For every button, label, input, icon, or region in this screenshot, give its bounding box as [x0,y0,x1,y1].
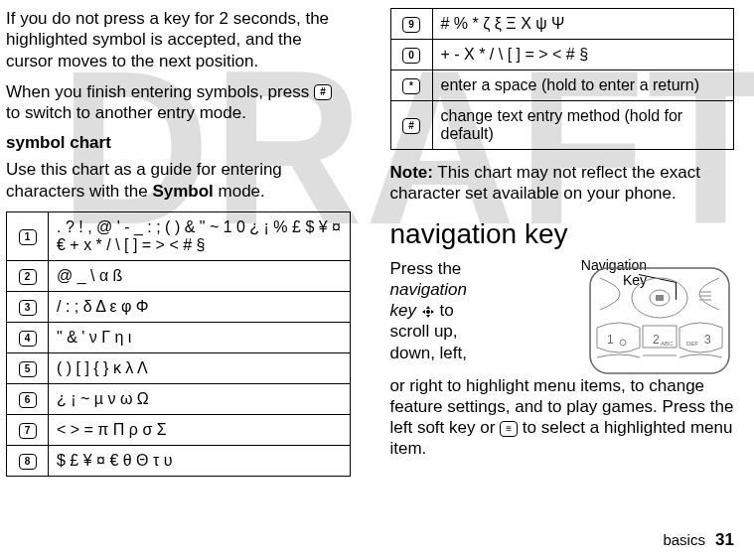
table-row: 1 . ? ! , @ ' - _ : ; ( ) & " ~ 1 0 ¿ ¡ … [7,211,351,260]
note-label: Note: [390,163,433,182]
intro-paragraph-2: When you finish entering symbols, press … [6,81,351,124]
key-7-icon: 7 [19,423,37,439]
table-row: 0 + - Χ * / \ [ ] = > < # § [390,40,734,70]
chart-intro: Use this chart as a guide for entering c… [6,159,351,202]
phone-diagram: Navigation Key [493,258,735,377]
key-9-symbols: # % * ζ ξ Ξ Χ ψ Ψ [432,9,734,40]
svg-rect-4 [656,295,664,301]
key-8-symbols: $ £ ¥ ¤ € θ Θ τ υ [49,445,351,476]
key-1-symbols: . ? ! , @ ' - _ : ; ( ) & " ~ 1 0 ¿ ¡ % … [49,211,351,260]
note-text: This chart may not reflect the exact cha… [390,163,700,203]
nav-paragraph-narrow: Press the navigation key to scroll up, d… [390,258,485,363]
key-2-symbols: @ _ \ α ß [49,260,351,291]
table-row: 7 < > = π Π ρ σ Σ [7,414,351,445]
symbol-chart-table-right: 9 # % * ζ ξ Ξ Χ ψ Ψ 0 + - Χ * / \ [ ] = … [390,8,735,150]
table-row: 5 ( ) [ ] { } κ λ Λ [7,352,351,383]
key-1-icon: 1 [19,229,37,245]
chart-intro-bold: Symbol [152,182,213,201]
page-content: If you do not press a key for 2 seconds,… [0,0,754,487]
key-star-icon: * [402,78,420,94]
key-6-symbols: ¿ ¡ ~ µ ν ω Ω [49,383,351,414]
key-hash-desc: change text entry method (hold for defau… [432,101,734,150]
table-row: 8 $ £ ¥ ¤ € θ Θ τ υ [7,445,351,476]
table-row: # change text entry method (hold for def… [390,101,734,150]
symbol-chart-table-left: 1 . ? ! , @ ' - _ : ; ( ) & " ~ 1 0 ¿ ¡ … [6,211,351,477]
key-9-icon: 9 [402,17,420,33]
key-4-symbols: " & ' ν Γ η ι [49,322,351,352]
key-star-desc: enter a space (hold to enter a return) [432,70,734,101]
left-column: If you do not press a key for 2 seconds,… [6,8,351,477]
symbol-chart-heading: symbol chart [6,133,351,153]
hash-key-icon: # [314,84,332,100]
menu-key-icon: ≡ [500,421,518,437]
table-row: 4 " & ' ν Γ η ι [7,322,351,352]
key-5-icon: 5 [19,361,37,377]
p2-text-a: When you finish entering symbols, press [6,82,314,101]
p2-text-b: to switch to another entry mode. [6,103,246,122]
note-paragraph: Note: This chart may not reflect the exa… [390,162,735,205]
table-row: 6 ¿ ¡ ~ µ ν ω Ω [7,383,351,414]
footer-page-number: 31 [715,530,734,549]
key-3-symbols: / : ; δ Δ ε φ Φ [49,291,351,322]
key-8-icon: 8 [19,454,37,470]
nav-key-glyph-icon [421,305,435,319]
nav-section: Press the navigation key to scroll up, d… [390,258,735,377]
table-row: 2 @ _ \ α ß [7,260,351,291]
intro-paragraph-1: If you do not press a key for 2 seconds,… [6,8,351,71]
svg-text:1: 1 [607,333,614,347]
nav-paragraph-wide: or right to highlight menu items, to cha… [390,375,735,460]
page-footer: basics 31 [663,530,734,550]
svg-text:2: 2 [653,333,660,347]
key-6-icon: 6 [19,392,37,408]
key-3-icon: 3 [19,300,37,316]
phone-icon: 1 2 ABC 3 DEF [585,266,734,375]
footer-section: basics [663,531,705,548]
navigation-key-heading: navigation key [390,218,735,250]
key-5-symbols: ( ) [ ] { } κ λ Λ [49,352,351,383]
svg-text:ABC: ABC [661,341,674,347]
key-hash-icon: # [402,118,420,134]
nav-text-a: Press the [390,259,462,278]
key-2-icon: 2 [19,269,37,285]
key-0-icon: 0 [402,48,420,64]
table-row: * enter a space (hold to enter a return) [390,70,734,101]
svg-rect-1 [590,268,729,373]
svg-point-13 [620,340,626,346]
svg-text:DEF: DEF [686,341,698,347]
table-row: 3 / : ; δ Δ ε φ Φ [7,291,351,322]
key-0-symbols: + - Χ * / \ [ ] = > < # § [432,40,734,70]
svg-text:3: 3 [704,333,711,347]
right-column: 9 # % * ζ ξ Ξ Χ ψ Ψ 0 + - Χ * / \ [ ] = … [390,8,735,477]
key-4-icon: 4 [19,331,37,347]
chart-intro-b: mode. [214,182,265,201]
svg-point-0 [426,310,430,314]
table-row: 9 # % * ζ ξ Ξ Χ ψ Ψ [390,9,734,40]
key-7-symbols: < > = π Π ρ σ Σ [49,414,351,445]
